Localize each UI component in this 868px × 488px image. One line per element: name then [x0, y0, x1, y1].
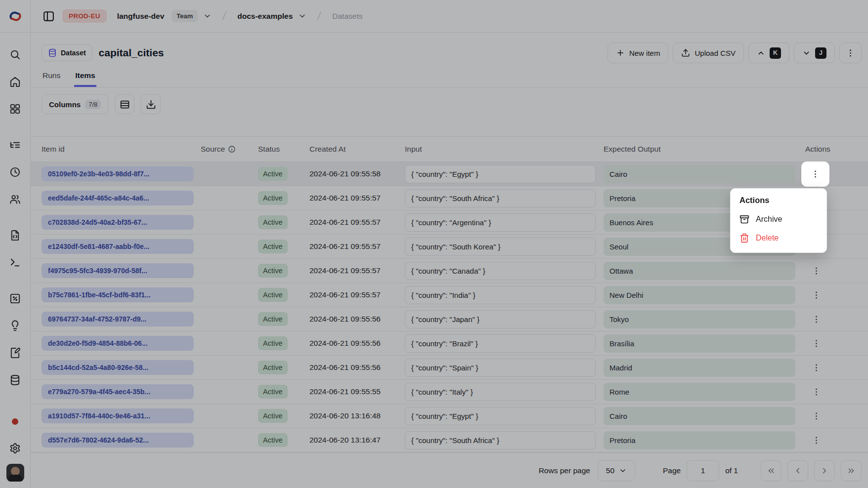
menu-title: Actions	[734, 195, 824, 210]
row-actions-menu: Actions Archive Delete	[730, 188, 827, 253]
menu-item-archive[interactable]: Archive	[734, 210, 824, 229]
row-actions-button-active[interactable]	[801, 162, 829, 187]
ellipsis-vertical-icon	[811, 169, 820, 179]
archive-label: Archive	[756, 215, 782, 224]
trash-icon	[739, 233, 749, 243]
archive-icon	[739, 214, 749, 224]
delete-label: Delete	[756, 234, 779, 243]
menu-item-delete[interactable]: Delete	[734, 229, 824, 247]
